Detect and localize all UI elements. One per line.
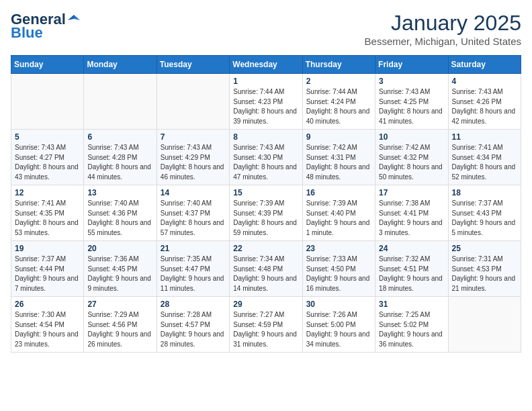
calendar-cell: 16Sunrise: 7:39 AM Sunset: 4:40 PM Dayli… <box>302 185 375 241</box>
weekday-header-tuesday: Tuesday <box>157 56 229 74</box>
cell-content: Sunrise: 7:41 AM Sunset: 4:34 PM Dayligh… <box>452 143 517 182</box>
calendar-cell: 23Sunrise: 7:33 AM Sunset: 4:50 PM Dayli… <box>302 241 375 297</box>
calendar-header-row: SundayMondayTuesdayWednesdayThursdayFrid… <box>11 56 521 74</box>
calendar-cell: 2Sunrise: 7:44 AM Sunset: 4:24 PM Daylig… <box>302 74 375 130</box>
day-number: 10 <box>379 132 444 142</box>
calendar-table: SundayMondayTuesdayWednesdayThursdayFrid… <box>11 55 521 353</box>
day-number: 15 <box>233 188 298 197</box>
day-number: 28 <box>161 300 226 309</box>
calendar-cell: 28Sunrise: 7:28 AM Sunset: 4:57 PM Dayli… <box>157 297 229 353</box>
cell-content: Sunrise: 7:30 AM Sunset: 4:54 PM Dayligh… <box>15 310 80 349</box>
calendar-cell <box>157 74 229 130</box>
cell-content: Sunrise: 7:40 AM Sunset: 4:37 PM Dayligh… <box>161 199 226 238</box>
day-number: 8 <box>233 132 298 142</box>
day-number: 4 <box>452 77 517 86</box>
cell-content: Sunrise: 7:31 AM Sunset: 4:53 PM Dayligh… <box>452 255 517 293</box>
calendar-cell: 5Sunrise: 7:43 AM Sunset: 4:27 PM Daylig… <box>11 130 84 185</box>
calendar-cell: 18Sunrise: 7:37 AM Sunset: 4:43 PM Dayli… <box>448 185 521 241</box>
cell-content: Sunrise: 7:39 AM Sunset: 4:39 PM Dayligh… <box>233 199 298 238</box>
calendar-cell: 7Sunrise: 7:43 AM Sunset: 4:29 PM Daylig… <box>157 130 229 185</box>
calendar-cell: 27Sunrise: 7:29 AM Sunset: 4:56 PM Dayli… <box>84 297 157 353</box>
cell-content: Sunrise: 7:26 AM Sunset: 5:00 PM Dayligh… <box>306 310 371 349</box>
day-number: 21 <box>161 244 226 253</box>
calendar-cell <box>84 74 157 130</box>
calendar-cell: 13Sunrise: 7:40 AM Sunset: 4:36 PM Dayli… <box>84 185 157 241</box>
cell-content: Sunrise: 7:36 AM Sunset: 4:45 PM Dayligh… <box>87 255 152 293</box>
cell-content: Sunrise: 7:35 AM Sunset: 4:47 PM Dayligh… <box>161 255 226 293</box>
logo-blue-text: Blue <box>11 24 43 41</box>
cell-content: Sunrise: 7:40 AM Sunset: 4:36 PM Dayligh… <box>87 199 152 238</box>
cell-content: Sunrise: 7:37 AM Sunset: 4:44 PM Dayligh… <box>15 255 80 293</box>
cell-content: Sunrise: 7:37 AM Sunset: 4:43 PM Dayligh… <box>452 199 517 238</box>
logo-bird-icon <box>68 13 80 26</box>
cell-content: Sunrise: 7:44 AM Sunset: 4:23 PM Dayligh… <box>233 87 298 126</box>
cell-content: Sunrise: 7:34 AM Sunset: 4:48 PM Dayligh… <box>233 255 298 293</box>
page-header: General Blue January 2025 Bessemer, Mich… <box>11 11 521 47</box>
cell-content: Sunrise: 7:42 AM Sunset: 4:32 PM Dayligh… <box>379 143 444 182</box>
day-number: 17 <box>379 188 444 197</box>
day-number: 6 <box>87 132 152 142</box>
calendar-cell <box>11 74 84 130</box>
calendar-cell: 29Sunrise: 7:27 AM Sunset: 4:59 PM Dayli… <box>230 297 302 353</box>
calendar-week-row: 19Sunrise: 7:37 AM Sunset: 4:44 PM Dayli… <box>11 241 521 297</box>
calendar-cell: 24Sunrise: 7:32 AM Sunset: 4:51 PM Dayli… <box>375 241 448 297</box>
weekday-header-sunday: Sunday <box>11 56 84 74</box>
weekday-header-thursday: Thursday <box>302 56 375 74</box>
weekday-header-saturday: Saturday <box>448 56 521 74</box>
cell-content: Sunrise: 7:29 AM Sunset: 4:56 PM Dayligh… <box>87 310 152 349</box>
day-number: 23 <box>306 244 371 253</box>
cell-content: Sunrise: 7:33 AM Sunset: 4:50 PM Dayligh… <box>306 255 371 293</box>
calendar-cell: 3Sunrise: 7:43 AM Sunset: 4:25 PM Daylig… <box>375 74 448 130</box>
calendar-cell: 6Sunrise: 7:43 AM Sunset: 4:28 PM Daylig… <box>84 130 157 185</box>
calendar-cell: 11Sunrise: 7:41 AM Sunset: 4:34 PM Dayli… <box>448 130 521 185</box>
day-number: 20 <box>87 244 152 253</box>
day-number: 27 <box>87 300 152 309</box>
calendar-cell: 10Sunrise: 7:42 AM Sunset: 4:32 PM Dayli… <box>375 130 448 185</box>
day-number: 19 <box>15 244 80 253</box>
weekday-header-friday: Friday <box>375 56 448 74</box>
day-number: 30 <box>306 300 371 309</box>
cell-content: Sunrise: 7:43 AM Sunset: 4:30 PM Dayligh… <box>233 143 298 182</box>
calendar-cell: 14Sunrise: 7:40 AM Sunset: 4:37 PM Dayli… <box>157 185 229 241</box>
day-number: 12 <box>15 188 80 197</box>
day-number: 29 <box>233 300 298 309</box>
day-number: 5 <box>15 132 80 142</box>
day-number: 16 <box>306 188 371 197</box>
day-number: 14 <box>161 188 226 197</box>
day-number: 22 <box>233 244 298 253</box>
calendar-cell: 9Sunrise: 7:42 AM Sunset: 4:31 PM Daylig… <box>302 130 375 185</box>
day-number: 18 <box>452 188 517 197</box>
day-number: 13 <box>87 188 152 197</box>
cell-content: Sunrise: 7:32 AM Sunset: 4:51 PM Dayligh… <box>379 255 444 293</box>
calendar-cell: 8Sunrise: 7:43 AM Sunset: 4:30 PM Daylig… <box>230 130 302 185</box>
cell-content: Sunrise: 7:27 AM Sunset: 4:59 PM Dayligh… <box>233 310 298 349</box>
day-number: 11 <box>452 132 517 142</box>
cell-content: Sunrise: 7:42 AM Sunset: 4:31 PM Dayligh… <box>306 143 371 182</box>
calendar-cell: 17Sunrise: 7:38 AM Sunset: 4:41 PM Dayli… <box>375 185 448 241</box>
svg-marker-0 <box>74 15 80 20</box>
location: Bessemer, Michigan, United States <box>365 36 521 47</box>
day-number: 1 <box>233 77 298 86</box>
calendar-cell: 21Sunrise: 7:35 AM Sunset: 4:47 PM Dayli… <box>157 241 229 297</box>
calendar-week-row: 12Sunrise: 7:41 AM Sunset: 4:35 PM Dayli… <box>11 185 521 241</box>
calendar-week-row: 26Sunrise: 7:30 AM Sunset: 4:54 PM Dayli… <box>11 297 521 353</box>
cell-content: Sunrise: 7:38 AM Sunset: 4:41 PM Dayligh… <box>379 199 444 238</box>
cell-content: Sunrise: 7:44 AM Sunset: 4:24 PM Dayligh… <box>306 87 371 126</box>
calendar-cell: 30Sunrise: 7:26 AM Sunset: 5:00 PM Dayli… <box>302 297 375 353</box>
calendar-cell: 31Sunrise: 7:25 AM Sunset: 5:02 PM Dayli… <box>375 297 448 353</box>
day-number: 31 <box>379 300 444 309</box>
calendar-cell: 26Sunrise: 7:30 AM Sunset: 4:54 PM Dayli… <box>11 297 84 353</box>
cell-content: Sunrise: 7:43 AM Sunset: 4:27 PM Dayligh… <box>15 143 80 182</box>
day-number: 7 <box>161 132 226 142</box>
month-title: January 2025 <box>365 11 521 36</box>
cell-content: Sunrise: 7:43 AM Sunset: 4:26 PM Dayligh… <box>452 87 517 126</box>
day-number: 9 <box>306 132 371 142</box>
cell-content: Sunrise: 7:43 AM Sunset: 4:29 PM Dayligh… <box>161 143 226 182</box>
title-block: January 2025 Bessemer, Michigan, United … <box>365 11 521 47</box>
cell-content: Sunrise: 7:43 AM Sunset: 4:28 PM Dayligh… <box>87 143 152 182</box>
cell-content: Sunrise: 7:28 AM Sunset: 4:57 PM Dayligh… <box>161 310 226 349</box>
cell-content: Sunrise: 7:43 AM Sunset: 4:25 PM Dayligh… <box>379 87 444 126</box>
cell-content: Sunrise: 7:25 AM Sunset: 5:02 PM Dayligh… <box>379 310 444 349</box>
day-number: 26 <box>15 300 80 309</box>
logo: General Blue <box>11 11 81 42</box>
